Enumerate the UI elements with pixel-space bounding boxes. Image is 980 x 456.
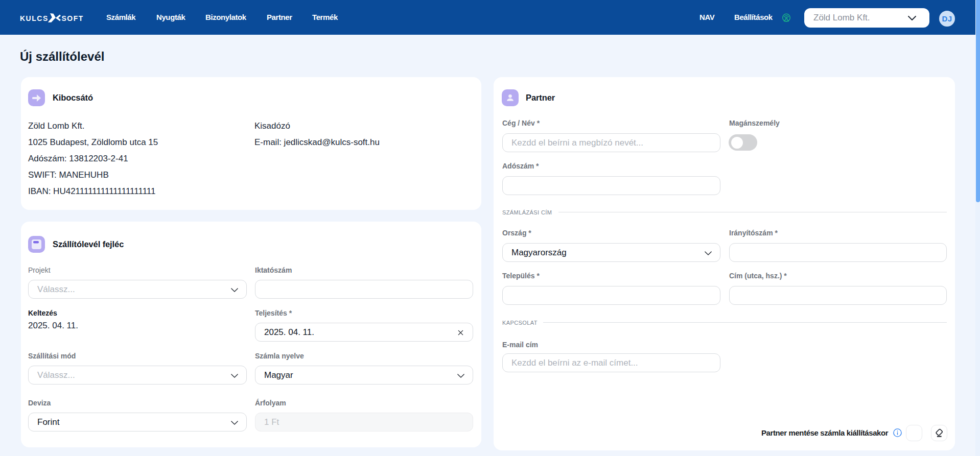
svg-text:KULCS: KULCS (20, 14, 49, 22)
svg-text:SOFT: SOFT (62, 14, 84, 22)
